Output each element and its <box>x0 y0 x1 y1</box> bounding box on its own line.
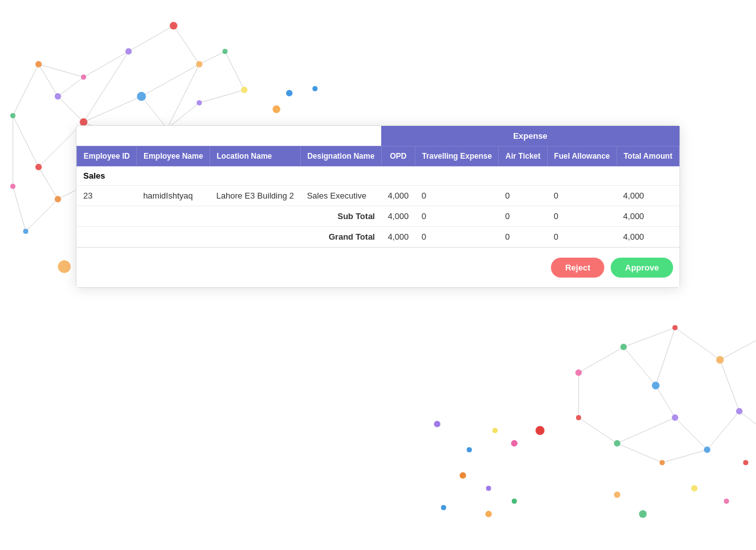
svg-point-37 <box>10 113 15 118</box>
svg-line-24 <box>199 51 225 64</box>
svg-line-60 <box>656 386 675 418</box>
svg-point-66 <box>620 344 627 350</box>
svg-point-90 <box>441 505 446 510</box>
svg-line-3 <box>174 26 199 64</box>
table-header-row1: Expense <box>77 126 680 146</box>
svg-point-86 <box>460 472 466 479</box>
svg-line-52 <box>720 360 739 411</box>
grandtotal-row: Grand Total4,0000004,000 <box>77 227 680 247</box>
col-employee-name: Employee Name <box>137 146 210 166</box>
svg-point-35 <box>241 87 248 93</box>
svg-point-88 <box>512 499 517 504</box>
svg-point-78 <box>614 492 620 498</box>
svg-point-74 <box>652 382 660 389</box>
col-fuel-allowance: Fuel Allowance <box>547 146 616 166</box>
svg-line-23 <box>39 64 84 77</box>
svg-line-56 <box>579 418 617 443</box>
svg-point-34 <box>137 92 146 101</box>
svg-line-61 <box>675 418 707 450</box>
svg-point-89 <box>485 511 492 517</box>
svg-line-9 <box>13 116 39 167</box>
footer-actions: Reject Approve <box>76 247 680 287</box>
svg-point-81 <box>434 421 440 427</box>
svg-line-49 <box>579 347 624 373</box>
svg-line-1 <box>84 96 141 122</box>
svg-line-4 <box>129 26 174 51</box>
svg-point-46 <box>10 184 15 189</box>
svg-line-25 <box>225 51 244 90</box>
svg-point-36 <box>35 61 42 67</box>
svg-point-82 <box>492 428 498 433</box>
svg-line-22 <box>84 51 129 77</box>
svg-point-30 <box>196 61 203 67</box>
svg-line-15 <box>167 64 199 129</box>
col-total-amount: Total Amount <box>616 146 679 166</box>
subtotal-row: Sub Total4,0000004,000 <box>77 206 680 227</box>
svg-point-77 <box>724 499 729 504</box>
svg-line-53 <box>707 411 739 450</box>
svg-line-21 <box>58 77 84 96</box>
svg-line-11 <box>26 199 58 231</box>
svg-line-51 <box>675 328 720 360</box>
svg-point-72 <box>614 440 620 447</box>
svg-point-69 <box>736 408 742 414</box>
svg-point-75 <box>672 414 678 421</box>
col-air-ticket: Air Ticket <box>499 146 548 166</box>
svg-point-92 <box>312 86 318 91</box>
svg-point-84 <box>511 440 518 447</box>
svg-line-58 <box>624 347 656 386</box>
col-designation-name: Designation Name <box>300 146 381 166</box>
svg-line-62 <box>617 418 675 443</box>
svg-point-91 <box>286 90 292 96</box>
table-header-row2: Employee ID Employee Name Location Name … <box>77 146 680 166</box>
svg-line-12 <box>13 186 26 231</box>
svg-point-39 <box>197 100 202 105</box>
expense-group-header: Expense <box>381 126 679 146</box>
svg-point-79 <box>639 510 647 518</box>
svg-point-29 <box>125 48 132 55</box>
svg-point-47 <box>58 260 71 273</box>
col-location-name: Location Name <box>210 146 301 166</box>
svg-point-28 <box>170 22 177 30</box>
svg-point-71 <box>660 460 665 465</box>
svg-line-8 <box>13 64 39 116</box>
svg-line-10 <box>39 167 58 199</box>
svg-point-33 <box>55 93 61 100</box>
svg-point-87 <box>486 486 491 491</box>
svg-point-85 <box>536 426 544 435</box>
section-header-row: Sales <box>77 166 680 186</box>
svg-point-42 <box>35 164 42 170</box>
col-travelling-expense: Travelling Expense <box>415 146 499 166</box>
svg-line-50 <box>624 328 675 347</box>
svg-point-83 <box>467 447 472 452</box>
reject-button[interactable]: Reject <box>551 258 604 278</box>
svg-line-14 <box>141 96 167 129</box>
svg-point-31 <box>222 49 228 54</box>
col-opd: OPD <box>381 146 415 166</box>
svg-line-7 <box>39 64 58 96</box>
svg-line-63 <box>720 341 756 360</box>
approve-button[interactable]: Approve <box>611 258 673 278</box>
col-employee-id: Employee ID <box>77 146 137 166</box>
table-row: 23hamidIshtyaqLahore E3 Building 2Sales … <box>77 186 680 206</box>
svg-point-44 <box>55 196 61 202</box>
svg-point-68 <box>716 356 724 364</box>
svg-line-64 <box>739 411 756 424</box>
svg-line-6 <box>58 96 84 122</box>
table-wrapper: Expense Employee ID Employee Name Locati… <box>76 126 680 247</box>
svg-point-80 <box>743 460 748 465</box>
svg-line-27 <box>167 103 199 129</box>
expense-report-card: Expense Employee ID Employee Name Locati… <box>76 125 680 288</box>
svg-point-65 <box>575 369 582 376</box>
svg-line-54 <box>662 450 707 463</box>
svg-line-55 <box>617 443 662 463</box>
svg-line-2 <box>141 64 199 96</box>
svg-point-45 <box>23 229 28 234</box>
svg-line-5 <box>84 51 129 122</box>
svg-point-93 <box>273 105 280 113</box>
expense-table: Expense Employee ID Employee Name Locati… <box>76 126 680 247</box>
svg-point-76 <box>691 485 698 492</box>
svg-point-67 <box>672 325 678 330</box>
svg-point-32 <box>81 75 86 80</box>
svg-point-70 <box>704 447 710 453</box>
